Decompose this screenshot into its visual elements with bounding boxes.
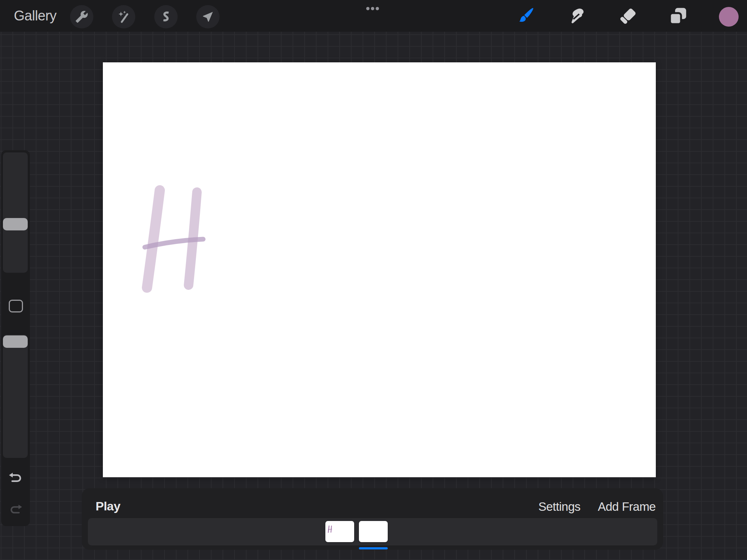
s-curve-icon — [159, 10, 173, 23]
eraser-icon — [618, 6, 638, 26]
adjustments-button[interactable] — [112, 5, 135, 28]
frame-timeline[interactable] — [88, 518, 657, 545]
gallery-button[interactable]: Gallery — [14, 0, 57, 32]
more-options-handle[interactable] — [366, 7, 379, 10]
color-swatch-button[interactable] — [719, 7, 739, 27]
opacity-handle[interactable] — [3, 335, 28, 348]
arrow-cursor-icon — [201, 10, 214, 23]
add-frame-button[interactable]: Add Frame — [598, 500, 656, 514]
settings-button[interactable]: Settings — [538, 500, 580, 514]
frame-thumbnail-1[interactable] — [325, 521, 354, 542]
brush-size-slider[interactable] — [3, 152, 28, 273]
dot — [376, 7, 379, 10]
smudge-tool-button[interactable] — [566, 6, 587, 26]
redo-button[interactable] — [8, 503, 23, 515]
brush-size-handle[interactable] — [3, 218, 28, 230]
wrench-icon — [75, 10, 88, 23]
left-sidebar — [1, 150, 30, 526]
undo-button[interactable] — [8, 471, 23, 483]
smudge-finger-icon — [566, 6, 587, 26]
procreate-app: Gallery — [0, 0, 747, 560]
opacity-slider[interactable] — [3, 335, 28, 458]
magic-wand-icon — [117, 10, 130, 23]
selection-button[interactable] — [154, 5, 178, 28]
undo-arrow-icon — [9, 472, 23, 483]
play-button[interactable]: Play — [96, 499, 120, 513]
frame-1-letter-h — [328, 525, 333, 533]
redo-arrow-icon — [9, 504, 22, 514]
animation-assist-panel: Play Settings Add Frame — [82, 488, 663, 550]
paint-tool-button[interactable] — [515, 6, 535, 26]
layers-icon — [668, 6, 688, 26]
dot — [371, 7, 374, 10]
brush-icon — [515, 6, 535, 26]
erase-tool-button[interactable] — [618, 6, 638, 26]
transform-button[interactable] — [196, 5, 220, 28]
top-toolbar: Gallery — [0, 0, 747, 32]
modify-button[interactable] — [9, 300, 23, 312]
layers-button[interactable] — [668, 6, 688, 26]
actions-button[interactable] — [70, 5, 93, 28]
drawing-canvas[interactable] — [103, 62, 656, 477]
current-frame-indicator — [359, 547, 388, 549]
dot — [366, 7, 369, 10]
frame-thumbnail-2[interactable] — [359, 521, 388, 542]
letter-h-drawing — [136, 183, 216, 299]
